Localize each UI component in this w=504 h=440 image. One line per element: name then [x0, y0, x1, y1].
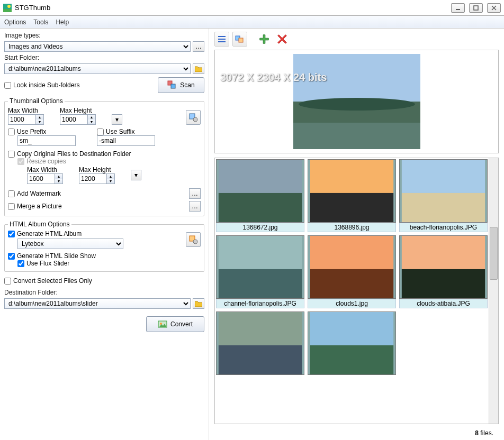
- vertical-scrollbar[interactable]: [489, 158, 498, 424]
- use-suffix-check[interactable]: Use Suffix: [97, 128, 155, 135]
- svg-point-12: [193, 240, 197, 244]
- menu-options[interactable]: Options: [4, 19, 26, 26]
- image-types-label: Image types:: [4, 32, 204, 39]
- thumbnail-item[interactable]: [216, 311, 304, 384]
- convert-icon: [158, 320, 167, 328]
- prefix-input[interactable]: [17, 135, 76, 146]
- add-button[interactable]: [257, 32, 272, 47]
- svg-rect-27: [310, 193, 393, 222]
- svg-rect-28: [402, 160, 485, 193]
- thumbnails-icon: [235, 34, 245, 44]
- svg-rect-32: [310, 236, 393, 269]
- html-album-group: HTML Album Options Generate HTML Album L…: [4, 221, 204, 272]
- svg-rect-26: [310, 160, 393, 193]
- preview-dimensions: 3072 X 2304 X 24 bits: [220, 71, 327, 84]
- copy-maxh-input[interactable]: ▲▼: [79, 173, 115, 184]
- thumb-maxh-input[interactable]: ▲▼: [60, 114, 96, 125]
- image-types-more-button[interactable]: …: [193, 41, 204, 52]
- thumbnail-grid: 1368672.jpg1368896.jpgbeach-florianopoli…: [215, 158, 489, 424]
- look-sub-check[interactable]: Look inside Sub-folders: [4, 81, 79, 89]
- preview-image: [293, 54, 420, 149]
- svg-rect-30: [219, 236, 302, 269]
- svg-rect-15: [218, 36, 226, 37]
- app-icon: [3, 4, 12, 12]
- svg-rect-25: [219, 193, 302, 222]
- thumb-settings-button[interactable]: [186, 110, 201, 125]
- gen-slide-check[interactable]: Generate HTML Slide Show: [8, 252, 201, 260]
- resize-copies-check[interactable]: Resize copies: [17, 158, 201, 165]
- svg-rect-29: [402, 193, 485, 222]
- browse-start-folder-button[interactable]: [193, 63, 204, 74]
- thumbnail-item[interactable]: 1368896.jpg: [308, 159, 396, 232]
- image-types-select[interactable]: Images and Videos: [4, 41, 191, 52]
- file-count: 8: [475, 429, 479, 437]
- preview-panel: 3072 X 2304 X 24 bits 1368672.jpg1368896…: [209, 29, 504, 440]
- use-prefix-check[interactable]: Use Prefix: [8, 128, 76, 135]
- thumb-maxw-label: Max Width: [8, 107, 44, 114]
- thumbnail-options-legend: Thumbnail Options: [8, 97, 65, 105]
- minimize-button[interactable]: [451, 3, 465, 13]
- thumbnail-grid-wrap: 1368672.jpg1368896.jpgbeach-florianopoli…: [214, 158, 499, 424]
- copy-maxw-label: Max Width: [27, 166, 63, 173]
- folder-icon: [195, 66, 202, 72]
- start-folder-select[interactable]: d:\album\new2011albums: [4, 63, 191, 74]
- svg-rect-35: [402, 269, 485, 298]
- svg-point-10: [193, 117, 197, 122]
- thumbnail-caption: channel-florianopolis.JPG: [216, 299, 304, 308]
- svg-rect-31: [219, 269, 302, 298]
- menu-help[interactable]: Help: [56, 19, 69, 26]
- svg-rect-39: [310, 345, 393, 374]
- gen-album-check[interactable]: Generate HTML Album: [8, 230, 184, 237]
- merge-pic-check[interactable]: Merge a Picture: [8, 203, 62, 210]
- merge-more-button[interactable]: …: [189, 201, 201, 212]
- svg-rect-19: [239, 38, 243, 42]
- status-bar: 8 files.: [212, 426, 501, 440]
- gear-icon: [188, 113, 198, 122]
- window-title: STGThumb: [15, 4, 447, 12]
- look-sub-checkbox[interactable]: [4, 82, 11, 89]
- title-bar: STGThumb: [0, 0, 504, 16]
- album-type-select[interactable]: Lytebox: [17, 239, 123, 249]
- remove-button[interactable]: [275, 32, 290, 47]
- convert-button[interactable]: Convert: [146, 316, 204, 332]
- thumbnail-item[interactable]: clouds1.jpg: [308, 235, 396, 308]
- svg-rect-4: [474, 6, 478, 10]
- svg-rect-8: [171, 84, 175, 88]
- svg-rect-36: [219, 312, 302, 345]
- copy-link-dropdown[interactable]: ▾: [131, 170, 141, 180]
- thumb-maxh-label: Max Height: [60, 107, 96, 114]
- copy-maxw-input[interactable]: ▲▼: [27, 173, 63, 184]
- thumbnail-item[interactable]: 1368672.jpg: [216, 159, 304, 232]
- suffix-input[interactable]: [97, 135, 155, 146]
- use-flux-check[interactable]: Use Flux Slider: [17, 260, 201, 267]
- list-view-button[interactable]: [214, 32, 229, 47]
- add-watermark-check[interactable]: Add Watermark: [8, 190, 61, 197]
- thumbnail-caption: 1368672.jpg: [216, 223, 304, 232]
- thumb-view-button[interactable]: [232, 32, 247, 47]
- thumb-link-dropdown[interactable]: ▾: [112, 114, 122, 125]
- album-settings-button[interactable]: [186, 232, 201, 247]
- thumbnail-item[interactable]: clouds-atibaia.JPG: [399, 235, 488, 308]
- copy-orig-check[interactable]: Copy Original Files to Destination Folde…: [8, 150, 201, 158]
- settings-panel: Image types: Images and Videos … Start F…: [0, 29, 209, 440]
- svg-rect-16: [218, 39, 226, 40]
- toolbar: [212, 32, 501, 50]
- close-button[interactable]: [487, 3, 501, 13]
- dest-folder-label: Destination Folder:: [4, 289, 204, 296]
- dest-folder-select[interactable]: d:\album\new2011albums\slider: [4, 298, 191, 309]
- svg-rect-24: [219, 160, 302, 193]
- menu-tools[interactable]: Tools: [33, 19, 48, 26]
- watermark-more-button[interactable]: …: [189, 188, 201, 199]
- list-icon: [217, 34, 227, 44]
- scan-button[interactable]: Scan: [158, 77, 204, 93]
- thumbnail-item[interactable]: [308, 311, 396, 384]
- svg-rect-17: [218, 41, 226, 42]
- maximize-button[interactable]: [469, 3, 483, 13]
- browse-dest-folder-button[interactable]: [193, 298, 204, 309]
- convert-selected-check[interactable]: Convert Selected Files Only: [4, 277, 204, 285]
- thumbnail-item[interactable]: beach-florianopolis.JPG: [399, 159, 488, 232]
- thumbnail-item[interactable]: channel-florianopolis.JPG: [216, 235, 304, 308]
- thumb-maxw-input[interactable]: ▲▼: [8, 114, 44, 125]
- svg-point-1: [7, 5, 11, 8]
- thumbnail-caption: clouds-atibaia.JPG: [399, 299, 488, 308]
